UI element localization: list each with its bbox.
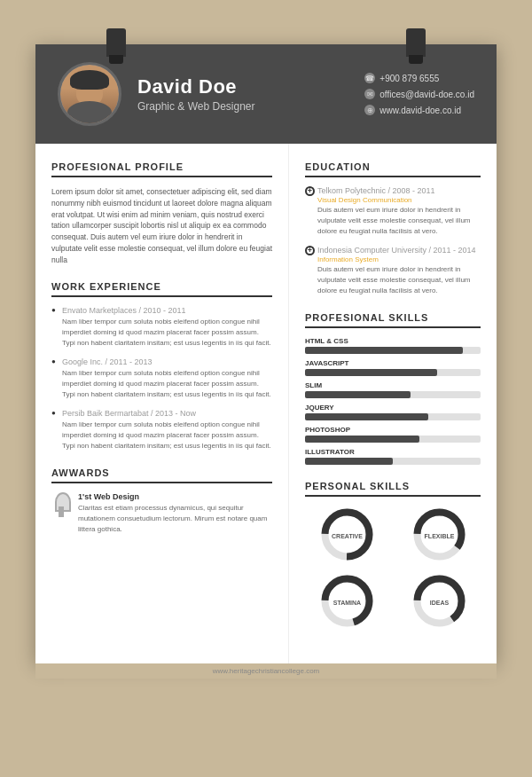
edu-degree-1: Visual Design Communication <box>317 196 481 204</box>
contact-phone: ☎ +900 879 6555 <box>364 73 474 83</box>
edu-degree-2: Information System <box>317 255 481 263</box>
award-title-1: 1'st Web Design <box>78 492 272 501</box>
avatar-hair <box>70 70 109 90</box>
profile-section: PROFESIONAL PROFILE Lorem ipsum dolor si… <box>51 161 272 265</box>
edu-bullet-1 <box>305 186 315 196</box>
edu-item-2: Indonesia Computer University / 2011 - 2… <box>305 246 481 296</box>
personal-skills-title: PERSONAL SKILLS <box>305 481 481 497</box>
work-company-2: Google Inc. / 2011 - 2013 <box>62 357 272 366</box>
avatar-face <box>60 65 119 123</box>
email-icon: ✉ <box>364 89 375 99</box>
skill-bar-bg <box>305 413 481 420</box>
skill-label: HTML & CSS <box>305 337 481 345</box>
skill-label: PHOTOSHOP <box>305 426 481 434</box>
personal-skill-item: CREATIVE <box>305 506 388 563</box>
skill-item: ILLUSTRATOR <box>305 448 481 465</box>
personal-skills-section: PERSONAL SKILLS CREATIVE FLEXIBLE STAMIN… <box>305 481 481 630</box>
skill-bar-bg <box>305 391 481 398</box>
skill-label: JAVASCRIPT <box>305 359 481 367</box>
skill-bar-bg <box>305 369 481 376</box>
skills-container: HTML & CSS JAVASCRIPT SLIM JQUERY PHOTOS… <box>305 337 481 465</box>
skill-bar-bg <box>305 458 481 465</box>
personal-skill-item: STAMINA <box>305 572 388 630</box>
phone-icon: ☎ <box>364 73 375 83</box>
award-content: 1'st Web Design Claritas est etiam proce… <box>78 492 272 535</box>
work-desc-3: Nam liber tempor cum soluta nobis eleife… <box>62 420 272 451</box>
clip-left <box>106 28 126 57</box>
donut-chart: CREATIVE <box>318 506 376 563</box>
work-desc-2: Nam liber tempor cum soluta nobis eleife… <box>62 368 272 400</box>
work-item-3: Persib Baik Bermartabat / 2013 - Now Nam… <box>51 409 272 451</box>
skill-bar-bg <box>305 436 481 443</box>
contact-website: ⊕ www.david-doe.co.id <box>364 105 474 115</box>
skill-label: JQUERY <box>305 404 481 412</box>
awards-section-title: AWWARDS <box>51 467 272 483</box>
skill-bar-fill <box>305 436 419 443</box>
prof-skills-title: PROFESIONAL SKILLS <box>305 312 481 328</box>
web-icon: ⊕ <box>364 105 375 115</box>
skill-item: JAVASCRIPT <box>305 359 481 376</box>
edu-school-1: Telkom Polytechnic / 2008 - 2011 <box>317 186 481 195</box>
edu-school-2: Indonesia Computer University / 2011 - 2… <box>317 246 481 255</box>
clip-right <box>406 28 426 57</box>
edu-item-1: Telkom Polytechnic / 2008 - 2011 Visual … <box>305 186 481 237</box>
work-section: WORK EXPERIENCE Envato Marketplaces / 20… <box>51 281 272 451</box>
skill-bar-bg <box>305 347 481 354</box>
avatar <box>58 62 121 126</box>
skill-item: SLIM <box>305 381 481 398</box>
skill-bar-fill <box>305 391 411 398</box>
work-item-1: Envato Marketplaces / 2010 - 2011 Nam li… <box>51 306 272 349</box>
contact-email: ✉ offices@david-doe.co.id <box>364 89 474 99</box>
edu-bullet-2 <box>305 246 315 255</box>
header-name: David Doe <box>137 75 348 98</box>
award-icon <box>51 492 71 517</box>
donut-chart: FLEXIBLE <box>411 506 468 563</box>
edu-desc-1: Duis autem vel eum iriure dolor in hendr… <box>317 205 481 237</box>
skill-label: ILLUSTRATOR <box>305 448 481 456</box>
award-desc-1: Claritas est etiam processus dynamicus, … <box>78 503 272 535</box>
personal-skill-item: IDEAS <box>397 572 481 630</box>
education-section: EDUCATION Telkom Polytechnic / 2008 - 20… <box>305 161 481 296</box>
resume-body: PROFESIONAL PROFILE Lorem ipsum dolor si… <box>35 144 497 663</box>
skill-item: JQUERY <box>305 404 481 420</box>
work-desc-1: Nam liber tempor cum soluta nobis eleife… <box>62 317 272 349</box>
header-info: David Doe Graphic & Web Designer <box>137 75 348 113</box>
svg-text:IDEAS: IDEAS <box>429 600 449 606</box>
email-text: offices@david-doe.co.id <box>379 90 474 99</box>
resume-document: David Doe Graphic & Web Designer ☎ +900 … <box>35 44 497 663</box>
website-text: www.david-doe.co.id <box>379 106 461 115</box>
header-title: Graphic & Web Designer <box>137 100 348 113</box>
work-section-title: WORK EXPERIENCE <box>51 281 272 297</box>
header-contact: ☎ +900 879 6555 ✉ offices@david-doe.co.i… <box>364 73 474 115</box>
svg-text:STAMINA: STAMINA <box>332 600 360 606</box>
resume-header: David Doe Graphic & Web Designer ☎ +900 … <box>35 44 497 144</box>
profile-section-title: PROFESIONAL PROFILE <box>51 161 272 177</box>
skill-bar-fill <box>305 458 393 465</box>
award-item-1: 1'st Web Design Claritas est etiam proce… <box>51 492 272 535</box>
skill-item: PHOTOSHOP <box>305 426 481 443</box>
skill-bar-fill <box>305 347 463 354</box>
professional-skills-section: PROFESIONAL SKILLS HTML & CSS JAVASCRIPT… <box>305 312 481 465</box>
personal-skill-item: FLEXIBLE <box>397 506 481 563</box>
col-left: PROFESIONAL PROFILE Lorem ipsum dolor si… <box>35 144 289 663</box>
education-section-title: EDUCATION <box>305 161 481 177</box>
work-company-3: Persib Baik Bermartabat / 2013 - Now <box>62 409 272 418</box>
page-wrapper: David Doe Graphic & Web Designer ☎ +900 … <box>35 44 497 679</box>
svg-text:CREATIVE: CREATIVE <box>332 533 363 539</box>
skill-label: SLIM <box>305 381 481 389</box>
work-item-2: Google Inc. / 2011 - 2013 Nam liber temp… <box>51 357 272 400</box>
phone-text: +900 879 6555 <box>379 74 439 83</box>
edu-desc-2: Duis autem vel eum iriure dolor in hendr… <box>317 264 481 296</box>
awards-section: AWWARDS 1'st Web Design Claritas est eti… <box>51 467 272 535</box>
donut-chart: STAMINA <box>318 572 376 630</box>
profile-text: Lorem ipsum dolor sit amet, consectetuer… <box>51 186 272 265</box>
donut-chart: IDEAS <box>411 572 468 630</box>
work-company-1: Envato Marketplaces / 2010 - 2011 <box>62 306 272 315</box>
skill-item: HTML & CSS <box>305 337 481 354</box>
skill-bar-fill <box>305 413 428 420</box>
skill-bar-fill <box>305 369 437 376</box>
svg-text:FLEXIBLE: FLEXIBLE <box>424 533 454 539</box>
personal-skills-grid: CREATIVE FLEXIBLE STAMINA IDEAS <box>305 506 481 630</box>
watermark: www.heritagechristiancollege.com <box>35 663 497 679</box>
col-right: EDUCATION Telkom Polytechnic / 2008 - 20… <box>289 144 497 663</box>
